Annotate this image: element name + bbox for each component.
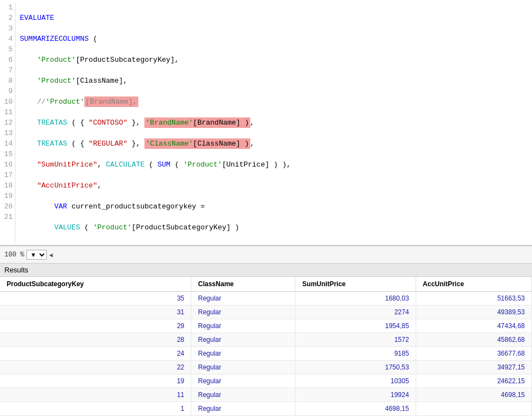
cell-class: Regular [191, 402, 295, 416]
cell-key: 11 [0, 388, 191, 402]
table-row: 24Regular918536677,68 [0, 347, 532, 361]
cell-class: Regular [191, 361, 295, 374]
cell-class: Regular [191, 388, 295, 402]
cell-acc: 45862,68 [416, 333, 531, 347]
scroll-right-icon[interactable]: ◀ [49, 251, 53, 259]
col-header-key: ProductSubcategoryKey [0, 277, 191, 292]
cell-acc [416, 402, 531, 416]
code-line-4: 'Product'[ClassName], [20, 76, 532, 86]
table-header-row: ProductSubcategoryKey ClassName SumUnitP… [0, 277, 532, 292]
code-area[interactable]: 12345 678910 1112131415 1617181920 21 EV… [0, 0, 532, 245]
cell-sum: 19924 [295, 388, 416, 402]
cell-acc: 47434,68 [416, 319, 531, 333]
cell-acc: 4698,15 [416, 388, 531, 402]
code-line-11: VALUES ( 'Product'[ProductSubcategoryKey… [20, 222, 532, 233]
table-row: 11Regular199244698,15 [0, 388, 532, 402]
cell-key: 35 [0, 292, 191, 306]
code-line-7: TREATAS ( { "REGULAR" }, 'ClassName'[Cla… [20, 138, 532, 149]
code-line-5: //'Product'[BrandName], [20, 97, 532, 107]
cell-sum: 2274 [295, 306, 416, 319]
cell-acc: 36677,68 [416, 347, 531, 361]
table-row: 19Regular1030524622,15 [0, 374, 532, 388]
cell-acc: 34927,15 [416, 361, 531, 374]
code-line-12: RETURN [20, 243, 532, 245]
cell-sum: 1954,85 [295, 319, 416, 333]
cell-sum: 9185 [295, 347, 416, 361]
table-row: 35Regular1680,0351663,53 [0, 292, 532, 306]
cell-key: 31 [0, 306, 191, 319]
cell-class: Regular [191, 347, 295, 361]
table-row: 31Regular227449389,53 [0, 306, 532, 319]
cell-sum: 1572 [295, 333, 416, 347]
cell-acc: 24622,15 [416, 374, 531, 388]
table-row: 28Regular157245862,68 [0, 333, 532, 347]
code-line-6: TREATAS ( { "CONTOSO" }, 'BrandName'[Bra… [20, 117, 532, 128]
code-line-2: SUMMARIZECOLUMNS ( [20, 34, 532, 44]
table-row: 1Regular4698,15 [0, 402, 532, 416]
cell-sum: 4698,15 [295, 402, 416, 416]
status-bar: 100 % ▼ ◀ [0, 246, 532, 264]
col-header-acc: AccUnitPrice [416, 277, 531, 292]
code-line-10: VAR current_productsubcategorykey = [20, 201, 532, 212]
cell-class: Regular [191, 319, 295, 333]
cell-class: Regular [191, 306, 295, 319]
cell-key: 29 [0, 319, 191, 333]
cell-key: 28 [0, 333, 191, 347]
table-row: 29Regular1954,8547434,68 [0, 319, 532, 333]
zoom-label: 100 % [4, 251, 24, 259]
code-content[interactable]: EVALUATE SUMMARIZECOLUMNS ( 'Product'[Pr… [15, 2, 532, 243]
cell-sum: 10305 [295, 374, 416, 388]
cell-key: 22 [0, 361, 191, 374]
code-editor: 12345 678910 1112131415 1617181920 21 EV… [0, 0, 532, 246]
code-line-8: "SumUnitPrice", CALCULATE ( SUM ( 'Produ… [20, 159, 532, 170]
results-section: Results ProductSubcategoryKey ClassName … [0, 264, 532, 418]
code-line-3: 'Product'[ProductSubcategoryKey], [20, 55, 532, 65]
cell-sum: 1680,03 [295, 292, 416, 306]
cell-key: 24 [0, 347, 191, 361]
table-row: 22Regular1750,5334927,15 [0, 361, 532, 374]
code-line-1: EVALUATE [20, 13, 532, 23]
zoom-dropdown[interactable]: ▼ [26, 250, 47, 260]
cell-key: 19 [0, 374, 191, 388]
results-header: Results [0, 264, 532, 277]
col-header-class: ClassName [191, 277, 295, 292]
col-header-sum: SumUnitPrice [295, 277, 416, 292]
cell-class: Regular [191, 333, 295, 347]
results-table-wrapper[interactable]: ProductSubcategoryKey ClassName SumUnitP… [0, 277, 532, 418]
cell-class: Regular [191, 374, 295, 388]
results-table: ProductSubcategoryKey ClassName SumUnitP… [0, 277, 532, 416]
line-numbers: 12345 678910 1112131415 1617181920 21 [0, 2, 15, 243]
cell-class: Regular [191, 292, 295, 306]
cell-sum: 1750,53 [295, 361, 416, 374]
cell-key: 1 [0, 402, 191, 416]
cell-acc: 49389,53 [416, 306, 531, 319]
code-line-9: "AccUnitPrice", [20, 180, 532, 191]
cell-acc: 51663,53 [416, 292, 531, 306]
